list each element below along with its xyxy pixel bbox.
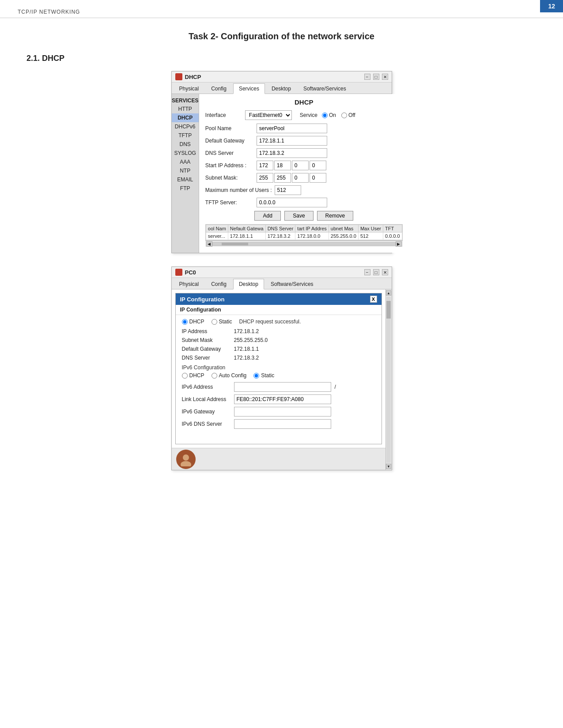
link-local-row: Link Local Address: [182, 394, 375, 404]
subnet-seg1[interactable]: [257, 173, 273, 183]
service-off-label[interactable]: Off: [341, 112, 355, 118]
dhcp-btn-row: Add Save Remove: [205, 211, 403, 221]
static-radio[interactable]: [212, 319, 217, 325]
sidebar-item-syslog[interactable]: SYSLOG: [172, 149, 199, 158]
sidebar-item-ftp[interactable]: FTP: [172, 184, 199, 193]
sidebar-item-tftp[interactable]: TFTP: [172, 131, 199, 140]
dns-server-input[interactable]: [257, 148, 327, 158]
sidebar-item-dns[interactable]: DNS: [172, 140, 199, 149]
max-users-input[interactable]: [275, 185, 301, 195]
page-header: TCP/IP NETWORKING: [0, 0, 563, 18]
sidebar-item-email[interactable]: EMAIL: [172, 175, 199, 184]
save-button[interactable]: Save: [284, 211, 313, 221]
ipv6-static-radio[interactable]: [253, 373, 259, 379]
ipv6-gateway-input[interactable]: [234, 407, 331, 417]
ipv6-dns-row: IPv6 DNS Server: [182, 419, 375, 429]
dhcp-radio[interactable]: [182, 319, 188, 325]
subnet-seg4[interactable]: [310, 173, 326, 183]
v-scroll-thumb[interactable]: [386, 301, 391, 319]
start-ip-row: Start IP Address :: [205, 161, 403, 170]
default-gateway-row-2: Default Gateway 172.18.1.1: [182, 346, 375, 352]
interface-label: Interface: [205, 112, 241, 118]
static-label-text: Static: [219, 319, 232, 325]
subnet-seg3[interactable]: [292, 173, 309, 183]
h-scrollbar[interactable]: ◀ ▶: [205, 240, 403, 247]
link-local-input[interactable]: [234, 394, 331, 404]
remove-button[interactable]: Remove: [317, 211, 354, 221]
scroll-left-btn[interactable]: ◀: [206, 241, 212, 247]
tab-physical[interactable]: Physical: [174, 83, 205, 94]
tab-desktop[interactable]: Desktop: [266, 83, 297, 94]
ipv6-dhcp-label[interactable]: DHCP: [182, 372, 204, 379]
ip-config-close-button[interactable]: X: [370, 296, 377, 303]
pc0-main-content: IP Configuration X IP Configuration DHCP: [172, 289, 385, 470]
start-ip-seg2[interactable]: [274, 161, 291, 170]
cell-tftp: 0.0.0.0: [383, 233, 402, 240]
tab-services[interactable]: Services: [233, 83, 265, 94]
pc0-body: IP Configuration X IP Configuration DHCP: [172, 289, 392, 470]
pool-name-row: Pool Name: [205, 124, 403, 133]
scroll-right-btn[interactable]: ▶: [396, 241, 402, 247]
default-gateway-label-2: Default Gateway: [182, 346, 230, 352]
default-gateway-input[interactable]: [257, 136, 327, 146]
ipv6-dns-input[interactable]: [234, 419, 331, 429]
pc0-tab-desktop[interactable]: Desktop: [233, 279, 264, 289]
service-on-radio[interactable]: [322, 113, 328, 118]
bottom-strip: [172, 448, 385, 470]
tab-software-services[interactable]: Software/Services: [298, 83, 352, 94]
sidebar-item-aaa[interactable]: AAA: [172, 158, 199, 166]
static-radio-label[interactable]: Static: [212, 319, 232, 325]
pool-name-input[interactable]: [257, 124, 327, 133]
subnet-mask-label-2: Subnet Mask: [182, 337, 230, 343]
sidebar-item-dhcp[interactable]: DHCP: [172, 113, 199, 122]
v-scrollbar[interactable]: ▲ ▼: [385, 289, 392, 470]
ip-config-body: DHCP Static DHCP request successful. IP …: [176, 315, 382, 444]
dhcp-content-panel: DHCP Interface FastEthernet0 Service On: [199, 94, 409, 253]
scroll-thumb[interactable]: [222, 243, 248, 245]
pc0-window-icon: [175, 269, 182, 276]
start-ip-seg4[interactable]: [310, 161, 326, 170]
pc0-tab-config[interactable]: Config: [205, 279, 232, 289]
scroll-up-btn[interactable]: ▲: [386, 290, 391, 296]
dhcp-table-scroll[interactable]: ool Nam Nefault Gatewa DNS Server tart I…: [205, 224, 403, 240]
pc0-minimize-button[interactable]: −: [364, 269, 370, 275]
start-ip-seg3[interactable]: [292, 161, 309, 170]
col-dns-server: DNS Server: [265, 225, 295, 233]
service-off-radio[interactable]: [341, 113, 347, 118]
pc0-tab-physical[interactable]: Physical: [174, 279, 205, 289]
pc0-maximize-button[interactable]: □: [373, 269, 379, 275]
ipv6-address-input[interactable]: [234, 382, 331, 392]
cell-dns: 172.18.3.2: [265, 233, 295, 240]
add-button[interactable]: Add: [254, 211, 281, 221]
ipv6-config-heading: IPv6 Configuration: [182, 364, 375, 371]
subnet-mask-value-2: 255.255.255.0: [234, 337, 268, 343]
page-number: 12: [540, 0, 563, 12]
tftp-server-input[interactable]: [257, 198, 327, 207]
dhcp-message: DHCP request successful.: [239, 319, 301, 325]
interface-select[interactable]: FastEthernet0: [245, 110, 292, 120]
dhcp-maximize-button[interactable]: □: [373, 74, 379, 80]
ipv6-auto-text: Auto Config: [219, 372, 247, 379]
start-ip-label: Start IP Address :: [205, 162, 254, 169]
sidebar-item-dhcpv6[interactable]: DHCPv6: [172, 122, 199, 131]
ipv6-auto-radio[interactable]: [212, 373, 217, 379]
ipv6-auto-label[interactable]: Auto Config: [212, 372, 247, 379]
subnet-seg2[interactable]: [274, 173, 291, 183]
sidebar-item-http[interactable]: HTTP: [172, 105, 199, 113]
pc0-close-button[interactable]: ✕: [382, 269, 388, 275]
tftp-server-label: TFTP Server:: [205, 199, 254, 206]
ipv6-static-label[interactable]: Static: [253, 372, 274, 379]
pc0-tab-software[interactable]: Software/Services: [265, 279, 319, 289]
scroll-down-btn[interactable]: ▼: [386, 464, 391, 469]
subnet-mask-row: Subnet Mask:: [205, 173, 403, 183]
dhcp-close-button[interactable]: ✕: [382, 74, 388, 80]
tab-config[interactable]: Config: [205, 83, 232, 94]
ip-address-row: IP Address 172.18.1.2: [182, 328, 375, 334]
service-on-label[interactable]: On: [322, 112, 336, 118]
start-ip-seg1[interactable]: [257, 161, 273, 170]
ipv6-dhcp-radio[interactable]: [182, 373, 188, 379]
dhcp-sidebar: SERVICES HTTP DHCP DHCPv6 TFTP DNS SYSLO…: [172, 94, 199, 253]
dhcp-minimize-button[interactable]: −: [364, 74, 370, 80]
dhcp-radio-label[interactable]: DHCP: [182, 319, 204, 325]
sidebar-item-ntp[interactable]: NTP: [172, 166, 199, 175]
